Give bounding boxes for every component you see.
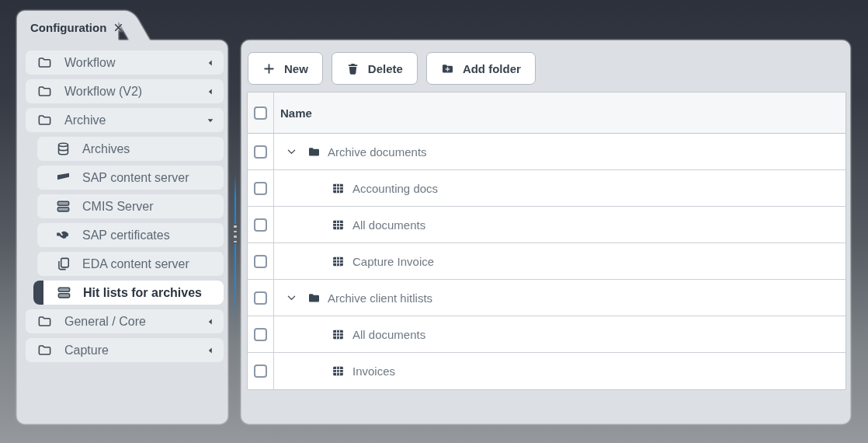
row-label: Invoices	[352, 365, 395, 378]
sidebar-item-cmis-server[interactable]: CMIS Server	[37, 194, 224, 218]
sidebar-item-label: SAP content server	[82, 171, 189, 185]
table-row[interactable]: Archive client hitlists	[248, 280, 845, 316]
folder-icon	[37, 55, 52, 70]
hitlist-grid-icon	[332, 218, 345, 232]
splitter-accent-line	[234, 244, 236, 326]
table-row[interactable]: All documents	[248, 207, 845, 243]
hitlist-grid-icon	[332, 365, 345, 378]
folder-filled-icon	[307, 291, 321, 305]
sidebar-item-sap-content-server[interactable]: SAP content server	[37, 166, 224, 190]
hitlist-grid-icon	[332, 328, 345, 341]
toolbar: New Delete Add folder	[248, 52, 536, 85]
configuration-panel: Configuration Workflow Workflow (V2) Arc…	[17, 11, 227, 424]
hitlists-card: New Delete Add folder Name	[241, 40, 850, 424]
caret-left-icon	[205, 58, 216, 68]
row-label: Archive documents	[328, 145, 427, 159]
select-all-cell	[248, 92, 274, 133]
sidebar-item-general-core[interactable]: General / Core	[26, 309, 224, 333]
table-row[interactable]: Accounting docs	[248, 170, 845, 207]
delete-button[interactable]: Delete	[332, 52, 418, 85]
sidebar-item-eda-content-server[interactable]: EDA content server	[37, 252, 224, 276]
plus-icon	[262, 62, 276, 75]
row-checkbox[interactable]	[254, 182, 267, 195]
sidebar-item-label: CMIS Server	[82, 200, 154, 214]
chevron-down-icon[interactable]	[286, 146, 297, 158]
sidebar-item-archive[interactable]: Archive	[26, 108, 224, 132]
row-label: Capture Invoice	[352, 255, 434, 268]
folder-filled-icon	[307, 145, 321, 159]
folder-icon	[37, 84, 52, 99]
row-label: All documents	[352, 218, 425, 232]
hitlists-panel: New Delete Add folder Name	[241, 40, 850, 424]
table-row[interactable]: Capture Invoice	[248, 243, 845, 280]
row-checkbox[interactable]	[254, 291, 267, 305]
row-label: Archive client hitlists	[328, 291, 432, 305]
caret-left-icon	[205, 345, 216, 356]
sidebar-item-label: Workflow	[64, 56, 116, 70]
sap-flag-icon	[56, 170, 71, 185]
sidebar-item-label: SAP certificates	[82, 228, 170, 242]
add-folder-button-label: Add folder	[463, 62, 521, 75]
folder-icon	[37, 314, 52, 329]
table-row[interactable]: Invoices	[248, 353, 845, 389]
folder-icon	[37, 343, 52, 358]
sidebar-item-sap-certificates[interactable]: SAP certificates	[37, 223, 224, 247]
selected-marker	[33, 281, 43, 305]
close-icon[interactable]	[113, 23, 123, 33]
sidebar-item-workflow[interactable]: Workflow	[26, 51, 224, 75]
row-label: All documents	[352, 328, 425, 341]
tab-configuration[interactable]: Configuration	[17, 11, 118, 44]
delete-button-label: Delete	[368, 62, 403, 75]
sidebar-item-label: Capture	[64, 344, 109, 358]
sidebar-item-archives[interactable]: Archives	[37, 137, 224, 161]
folder-icon	[37, 113, 52, 127]
trash-icon	[346, 62, 359, 75]
sidebar-item-workflow-v2[interactable]: Workflow (V2)	[26, 79, 224, 103]
panel-splitter[interactable]	[231, 40, 240, 424]
row-checkbox[interactable]	[254, 145, 267, 159]
copy-icon	[56, 256, 71, 271]
folder-plus-icon	[441, 62, 454, 75]
sidebar-item-label: Archives	[82, 142, 130, 156]
caret-down-icon	[205, 115, 216, 126]
row-checkbox[interactable]	[254, 365, 267, 378]
new-button-label: New	[284, 62, 308, 75]
row-checkbox[interactable]	[254, 255, 267, 268]
hitlist-grid-icon	[332, 255, 345, 268]
sidebar-item-hit-lists-for-archives[interactable]: Hit lists for archives	[33, 281, 224, 305]
table-row[interactable]: All documents	[248, 316, 845, 353]
caret-left-icon	[205, 316, 216, 327]
row-checkbox[interactable]	[254, 328, 267, 341]
row-checkbox[interactable]	[254, 218, 267, 232]
server-icon	[57, 285, 71, 300]
tab-label: Configuration	[30, 21, 106, 34]
sidebar-item-label: Archive	[64, 113, 106, 127]
handshake-icon	[56, 228, 71, 242]
sidebar-item-label: Workflow (V2)	[64, 85, 142, 99]
server-icon	[56, 199, 71, 214]
chevron-down-icon[interactable]	[286, 292, 297, 304]
splitter-grip-icon[interactable]	[232, 225, 238, 242]
sidebar-item-capture[interactable]: Capture	[26, 338, 224, 362]
sidebar: Workflow Workflow (V2) Archive Archives …	[17, 40, 227, 424]
table-header-row: Name	[248, 92, 845, 134]
new-button[interactable]: New	[248, 52, 323, 85]
table-row[interactable]: Archive documents	[248, 134, 845, 170]
add-folder-button[interactable]: Add folder	[426, 52, 536, 85]
sidebar-item-label: EDA content server	[82, 257, 189, 271]
select-all-checkbox[interactable]	[254, 106, 267, 120]
sidebar-tree: Workflow Workflow (V2) Archive Archives …	[17, 51, 227, 367]
sidebar-item-label: General / Core	[64, 315, 146, 329]
hitlist-grid-icon	[332, 182, 345, 195]
database-icon	[56, 141, 71, 156]
row-label: Accounting docs	[352, 182, 438, 195]
splitter-accent-line	[234, 174, 236, 224]
sidebar-item-label: Hit lists for archives	[83, 286, 202, 300]
caret-left-icon	[205, 86, 216, 97]
hitlists-table: Name Archive documents Accounting docs	[247, 92, 846, 390]
name-column-header: Name	[274, 92, 845, 133]
